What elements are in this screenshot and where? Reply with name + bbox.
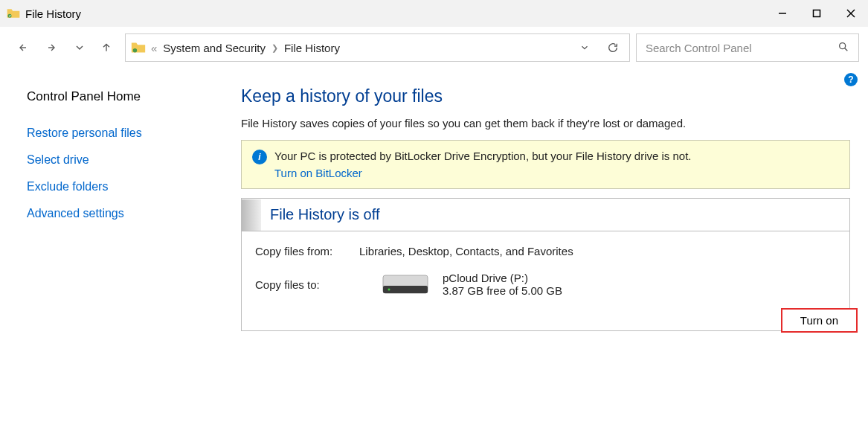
folder-icon: [6, 6, 21, 21]
drive-icon: [382, 271, 429, 298]
turn-on-button[interactable]: Turn on: [781, 308, 858, 333]
back-button[interactable]: [9, 35, 34, 60]
close-button[interactable]: [834, 0, 868, 27]
info-icon: i: [252, 150, 267, 164]
breadcrumb-item[interactable]: System and Security: [163, 42, 266, 54]
svg-rect-2: [814, 10, 820, 17]
breadcrumb: « System and Security ❯ File History: [151, 42, 568, 54]
status-accent: [242, 199, 261, 231]
titlebar: File History: [0, 0, 868, 27]
drive-space: 3.87 GB free of 5.00 GB: [443, 284, 562, 297]
content-area: ? Control Panel Home Restore personal fi…: [0, 68, 868, 340]
svg-line-9: [845, 48, 848, 51]
up-button[interactable]: [94, 35, 119, 60]
search-icon[interactable]: [838, 41, 851, 54]
breadcrumb-prefix: «: [151, 42, 157, 54]
address-dropdown[interactable]: [573, 36, 597, 59]
bitlocker-notice: i Your PC is protected by BitLocker Driv…: [241, 140, 850, 189]
control-panel-home-link[interactable]: Control Panel Home: [27, 89, 223, 104]
search-input[interactable]: [644, 41, 832, 55]
maximize-button[interactable]: [800, 0, 834, 27]
sidebar-link-exclude[interactable]: Exclude folders: [27, 180, 223, 193]
folder-icon: [130, 39, 147, 56]
file-history-status: File History is off Copy files from: Lib…: [241, 198, 850, 331]
sidebar: Control Panel Home Restore personal file…: [0, 68, 223, 340]
page-heading: Keep a history of your files: [241, 86, 850, 106]
sidebar-link-advanced[interactable]: Advanced settings: [27, 207, 223, 220]
breadcrumb-item[interactable]: File History: [284, 42, 340, 54]
notice-text: Your PC is protected by BitLocker Drive …: [274, 150, 692, 162]
sidebar-link-select-drive[interactable]: Select drive: [27, 153, 223, 167]
drive-name: pCloud Drive (P:): [443, 272, 562, 284]
copy-to-label: Copy files to:: [255, 278, 359, 291]
copy-from-label: Copy files from:: [255, 245, 359, 257]
svg-point-12: [388, 289, 390, 291]
status-title: File History is off: [270, 206, 379, 223]
svg-point-7: [133, 48, 138, 53]
search-box[interactable]: [636, 33, 859, 62]
refresh-button[interactable]: [601, 36, 625, 59]
address-bar[interactable]: « System and Security ❯ File History: [125, 33, 630, 62]
history-dropdown[interactable]: [71, 35, 88, 60]
svg-point-8: [840, 43, 846, 49]
help-icon[interactable]: ?: [844, 73, 858, 86]
window-title: File History: [25, 7, 81, 20]
minimize-button[interactable]: [765, 0, 800, 27]
forward-button[interactable]: [40, 35, 65, 60]
chevron-right-icon: ❯: [271, 43, 278, 53]
main-panel: Keep a history of your files File Histor…: [223, 68, 868, 340]
page-description: File History saves copies of your files …: [241, 117, 850, 129]
turn-on-bitlocker-link[interactable]: Turn on BitLocker: [274, 167, 692, 179]
copy-from-value: Libraries, Desktop, Contacts, and Favori…: [359, 245, 836, 257]
sidebar-link-restore[interactable]: Restore personal files: [27, 127, 223, 140]
toolbar: « System and Security ❯ File History: [0, 27, 868, 68]
